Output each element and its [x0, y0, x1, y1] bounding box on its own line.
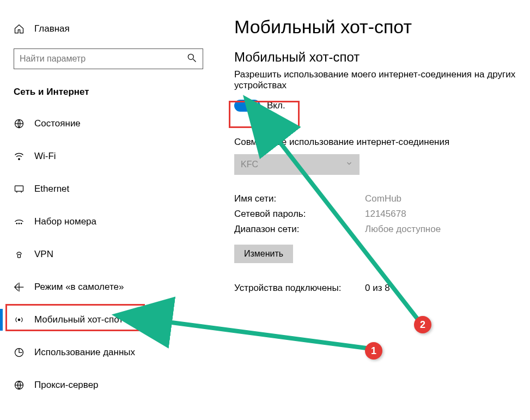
network-name-value: ComHub — [365, 193, 401, 204]
svg-point-10 — [21, 223, 22, 224]
sidebar: Главная Сеть и Интернет Состояние Wi-Fi — [0, 0, 218, 420]
devices-label: Устройства подключены: — [234, 283, 365, 294]
password-value: 12145678 — [365, 209, 406, 220]
search-icon — [186, 52, 197, 65]
airplane-icon — [14, 282, 29, 293]
devices-row: Устройства подключены: 0 из 8 — [234, 283, 519, 294]
svg-rect-11 — [18, 254, 21, 258]
page-title: Мобильный хот-спот — [234, 16, 519, 38]
sidebar-item-label: VPN — [34, 249, 53, 260]
sidebar-item-label: Режим «в самолете» — [34, 282, 124, 293]
sidebar-item-datausage[interactable]: Использование данных — [0, 336, 218, 369]
sidebar-item-hotspot[interactable]: Мобильный хот-спот — [0, 303, 218, 336]
subtitle: Мобильный хот-спот — [234, 50, 519, 65]
proxy-icon — [14, 380, 29, 391]
chevron-down-icon — [345, 160, 353, 169]
datausage-icon — [14, 347, 29, 358]
vpn-icon — [14, 249, 29, 260]
sidebar-item-proxy[interactable]: Прокси-сервер — [0, 369, 218, 401]
sidebar-item-label: Мобильный хот-спот — [34, 314, 123, 325]
dialup-icon — [14, 216, 29, 227]
ethernet-icon — [14, 184, 29, 194]
sidebar-item-label: Ethernet — [34, 184, 69, 194]
edit-button[interactable]: Изменить — [234, 245, 293, 263]
toggle-label: Вкл. — [267, 100, 285, 111]
home-link[interactable]: Главная — [0, 19, 218, 39]
status-icon — [14, 118, 29, 129]
band-value: Любое доступное — [365, 224, 441, 235]
section-title: Сеть и Интернет — [0, 80, 218, 107]
svg-point-8 — [16, 223, 17, 224]
sidebar-item-label: Состояние — [34, 118, 81, 129]
wifi-icon — [14, 151, 29, 162]
dropdown-value: KFC — [241, 160, 258, 169]
sidebar-item-label: Набор номера — [34, 216, 96, 227]
sidebar-item-airplane[interactable]: Режим «в самолете» — [0, 271, 218, 303]
sidebar-item-vpn[interactable]: VPN — [0, 238, 218, 271]
network-name-label: Имя сети: — [234, 193, 365, 204]
sidebar-item-status[interactable]: Состояние — [0, 107, 218, 140]
sidebar-item-label: Использование данных — [34, 347, 135, 358]
svg-point-12 — [18, 319, 20, 320]
sidebar-item-dialup[interactable]: Набор номера — [0, 205, 218, 238]
search-box[interactable] — [14, 48, 203, 69]
hotspot-icon — [14, 314, 29, 325]
home-icon — [14, 23, 29, 34]
svg-point-9 — [19, 223, 20, 224]
sidebar-item-wifi[interactable]: Wi-Fi — [0, 140, 218, 173]
description: Разрешить использование моего интернет-с… — [234, 69, 519, 91]
svg-rect-5 — [15, 186, 23, 191]
svg-point-0 — [188, 54, 193, 59]
hotspot-toggle-row: Вкл. — [234, 96, 519, 115]
share-label: Совместное использование интернет-соедин… — [234, 137, 519, 148]
sidebar-item-ethernet[interactable]: Ethernet — [0, 173, 218, 205]
network-info: Имя сети: ComHub Сетевой пароль: 1214567… — [234, 193, 519, 263]
sidebar-item-label: Wi-Fi — [34, 151, 56, 162]
password-label: Сетевой пароль: — [234, 209, 365, 220]
search-input[interactable] — [20, 54, 186, 64]
sidebar-item-label: Прокси-сервер — [34, 380, 99, 391]
home-label: Главная — [34, 23, 70, 34]
annotation-marker-2: 2 — [414, 316, 431, 333]
devices-value: 0 из 8 — [365, 283, 390, 294]
svg-point-4 — [19, 159, 20, 160]
annotation-marker-1: 1 — [365, 342, 382, 360]
hotspot-toggle[interactable] — [234, 100, 260, 112]
connection-dropdown[interactable]: KFC — [234, 154, 360, 175]
svg-line-1 — [193, 59, 196, 62]
band-label: Диапазон сети: — [234, 224, 365, 235]
